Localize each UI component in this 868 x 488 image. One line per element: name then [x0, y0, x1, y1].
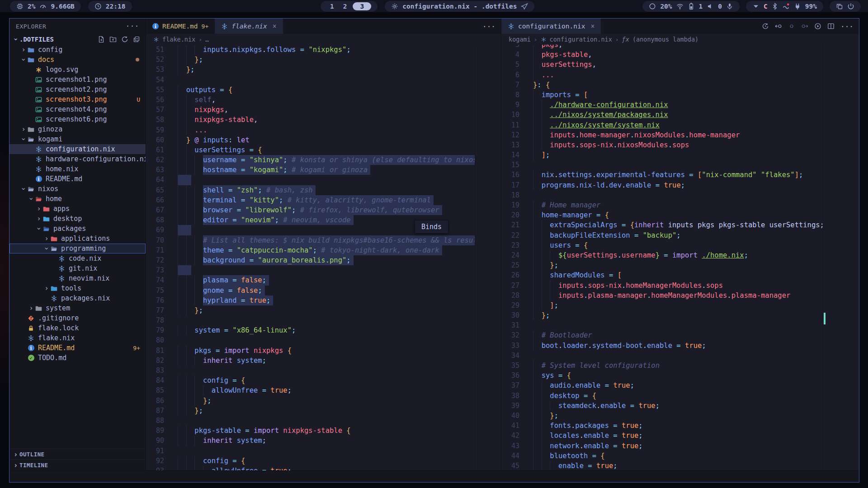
tree-item-apps[interactable]: ›apps	[9, 204, 146, 214]
power-icon[interactable]	[847, 3, 854, 10]
tree-item-label: logo.svg	[46, 66, 78, 74]
tree-item-label: applications	[61, 235, 110, 243]
code-line-39: 39 steamdeck.enable = true;	[501, 401, 823, 411]
editor-more-actions-button[interactable]: ···	[840, 22, 854, 31]
img-icon	[35, 86, 42, 93]
tree-item-system[interactable]: ›system	[9, 303, 146, 313]
tree-item-kogami[interactable]: ›kogami	[9, 134, 146, 144]
tree-item-home[interactable]: ›home	[9, 194, 146, 204]
tree-item-flake.nix[interactable]: flake.nix	[9, 333, 146, 343]
outline-section[interactable]: ›OUTLINE	[9, 449, 146, 460]
code-line-83: 83	[146, 366, 475, 375]
workspace-2[interactable]: 2	[340, 3, 350, 10]
editor-more-actions-button[interactable]: ···	[482, 22, 495, 31]
previous-change-icon[interactable]	[775, 23, 782, 30]
tree-item-screenshot1.png[interactable]: screenshot1.png	[9, 75, 146, 84]
minimap[interactable]	[823, 45, 859, 470]
tree-item-neovim.nix[interactable]: neovim.nix	[9, 273, 146, 283]
tree-item-label: config	[38, 46, 62, 54]
new-file-icon[interactable]	[98, 36, 105, 43]
next-change-icon[interactable]	[801, 23, 808, 30]
lambda-symbol-icon: ƒx	[622, 36, 629, 43]
tray-app-icon[interactable]: C	[764, 3, 767, 10]
workspace-1[interactable]: 1	[327, 3, 337, 10]
tree-item-desktop[interactable]: ›desktop	[9, 214, 146, 224]
mouse-status-icon[interactable]	[783, 3, 790, 10]
memory-usage: 9.66GB	[51, 3, 74, 10]
tree-item-screenshot6.png[interactable]: screenshot6.png	[9, 114, 146, 124]
tree-item-home.nix[interactable]: home.nix	[9, 164, 146, 174]
code-line-32: 32 # Bootloader	[501, 330, 823, 340]
check-icon: ✓	[27, 354, 35, 361]
tray-dropdown-icon[interactable]	[752, 3, 760, 10]
refresh-icon[interactable]	[121, 36, 128, 43]
tree-item-screenshot2.png[interactable]: screenshot2.png	[9, 84, 146, 94]
timeline-section[interactable]: ›TIMELINE	[9, 460, 146, 470]
breadcrumb-symbol[interactable]: (anonymous lambda)	[632, 36, 698, 43]
split-editor-icon[interactable]	[827, 23, 835, 30]
breadcrumb-file[interactable]: configuration.nix	[550, 36, 612, 43]
timeline-history-icon[interactable]	[762, 23, 769, 30]
code-editor-configuration[interactable]: 3 pkgs,4 pkgs-stable,5 userSettings,6 ..…	[501, 45, 859, 470]
close-icon[interactable]: ×	[273, 22, 277, 30]
collapse-all-icon[interactable]	[133, 36, 140, 43]
tree-item-screenshot3.png[interactable]: screenshot3.pngU	[9, 94, 146, 104]
tree-item-todo.md[interactable]: ✓TODO.md	[9, 353, 146, 363]
new-folder-icon[interactable]	[109, 36, 117, 43]
memory-gauge-icon	[39, 3, 47, 10]
lock-icon	[27, 324, 35, 332]
breadcrumb-folder[interactable]: kogami	[509, 36, 531, 43]
tree-item-.gitignore[interactable]: .gitignore	[9, 313, 146, 323]
close-icon[interactable]: ×	[590, 22, 594, 30]
tree-item-nixos[interactable]: ›nixos	[9, 184, 146, 194]
tree-item-code.nix[interactable]: code.nix	[9, 253, 146, 263]
tree-item-logo.svg[interactable]: logo.svg	[9, 65, 146, 75]
explorer-root-folder[interactable]: › .DOTFILES	[9, 34, 146, 45]
tree-item-screenshot4.png[interactable]: screenshot4.png	[9, 104, 146, 114]
code-line-19: 19 # Home manager	[501, 200, 823, 210]
code-line-65: 65 shell = "zsh"; # bash, zsh	[146, 185, 475, 195]
breadcrumb-symbol[interactable]: …	[205, 36, 209, 43]
tab-readme[interactable]: i README.md 9+	[146, 19, 215, 34]
code-line-63: 63 hostname = "kogami"; # kogami or gino…	[146, 165, 475, 175]
tree-item-readme.md[interactable]: iREADME.md9+	[9, 343, 146, 353]
tree-item-tools[interactable]: ›tools	[9, 283, 146, 293]
tree-item-git.nix[interactable]: git.nix	[9, 263, 146, 273]
code-line-77: 77 };	[146, 305, 475, 315]
system-tray-pill[interactable]: C 99%	[746, 1, 823, 12]
code-editor-flake[interactable]: 51 inputs.nixpkgs.follows = "nixpkgs";52…	[146, 45, 501, 470]
tree-item-ginoza[interactable]: ›ginoza	[9, 124, 146, 134]
breadcrumb-file[interactable]: flake.nix	[162, 36, 195, 43]
tree-item-label: desktop	[53, 215, 82, 223]
code-line-23: 23 users = {	[501, 240, 823, 250]
tree-item-configuration.nix[interactable]: configuration.nix	[9, 144, 146, 154]
img-icon	[35, 106, 42, 113]
tab-configuration-nix[interactable]: configuration.nix ×	[501, 19, 601, 34]
session-pill[interactable]	[830, 1, 861, 12]
tree-item-label: screenshot3.png	[46, 95, 107, 103]
tab-flake-nix[interactable]: flake.nix ×	[215, 19, 283, 34]
tree-item-packages.nix[interactable]: packages.nix	[9, 293, 146, 303]
code-line-15: 15	[501, 160, 823, 170]
audio-status-pill[interactable]: 20% 1 0	[642, 1, 740, 12]
explorer-more-button[interactable]: ···	[126, 22, 139, 30]
minimap[interactable]	[475, 45, 501, 470]
folder-icon	[50, 285, 58, 292]
copy-icon[interactable]	[836, 3, 843, 10]
tree-item-docs[interactable]: ›docs	[9, 55, 146, 65]
code-line-66: 66 terminal = "kitty"; # kitty, alacritt…	[146, 195, 475, 205]
tree-item-config[interactable]: ›config	[9, 45, 146, 55]
workspace-3[interactable]: 3	[353, 2, 372, 10]
breadcrumb[interactable]: kogami › configuration.nix › ƒx (anonymo…	[501, 34, 859, 45]
tree-item-applications[interactable]: ›applications	[9, 234, 146, 244]
breadcrumb[interactable]: flake.nix › …	[146, 34, 501, 45]
tree-item-flake.lock[interactable]: flake.lock	[9, 323, 146, 333]
compare-changes-icon[interactable]	[788, 23, 795, 30]
code-line-8: 8 imports = [	[501, 90, 823, 100]
tree-item-readme.md[interactable]: iREADME.md	[9, 174, 146, 184]
tree-item-hardware-configuration.nix[interactable]: hardware-configuration.nix	[9, 154, 146, 164]
run-code-icon[interactable]	[814, 23, 821, 30]
tree-item-packages[interactable]: ›packages	[9, 224, 146, 234]
bluetooth-icon[interactable]	[771, 3, 778, 10]
tree-item-programming[interactable]: ›programming	[9, 244, 146, 253]
